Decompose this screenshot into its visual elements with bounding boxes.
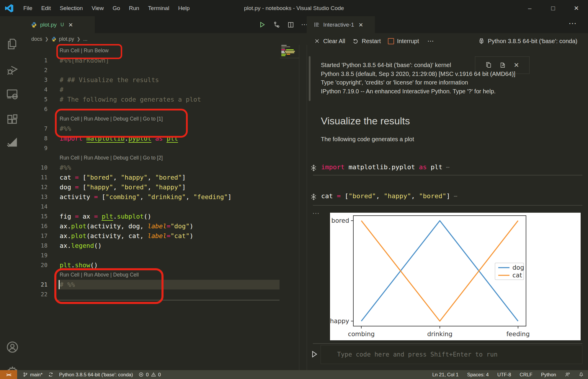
indentation-item[interactable]: Spaces: 4 bbox=[467, 372, 489, 378]
minimize-button[interactable]: – bbox=[518, 0, 541, 16]
branch-icon bbox=[23, 372, 28, 377]
notifications-bell-icon[interactable] bbox=[579, 372, 584, 377]
feedback-icon[interactable] bbox=[565, 372, 570, 377]
code-line-15[interactable]: 15fig = ax = plt.subplot() bbox=[24, 212, 299, 221]
explorer-icon[interactable] bbox=[6, 37, 19, 51]
code-line-3[interactable]: 3# ## Visualize the results bbox=[24, 75, 299, 85]
code-line-2[interactable]: 2 bbox=[24, 65, 299, 75]
remote-indicator[interactable]: >< bbox=[0, 370, 17, 379]
code-line-12[interactable]: 12dog = ["happy", "bored", "happy"] bbox=[24, 182, 299, 192]
menu-view[interactable]: View bbox=[87, 5, 108, 12]
console-line: Python 3.8.5 (default, Sep 3 2020, 21:29… bbox=[321, 70, 515, 79]
title-bar: FileEditSelectionViewGoRunTerminalHelp p… bbox=[0, 0, 588, 16]
code-line-11[interactable]: 11cat = ["bored", "happy", "bored"] bbox=[24, 173, 299, 182]
tab-plot-py[interactable]: plot.py U ✕ bbox=[24, 16, 95, 33]
minimap-border bbox=[280, 58, 299, 58]
encoding-item[interactable]: UTF-8 bbox=[497, 372, 511, 378]
input-placeholder: Type code here and press Shift+Enter to … bbox=[337, 351, 498, 358]
run-debug-icon[interactable] bbox=[6, 63, 19, 77]
interactive-toolbar: Clear All Restart Interrupt ⋯ Python 3.8… bbox=[307, 33, 588, 49]
split-editor-icon[interactable] bbox=[287, 21, 294, 28]
close-button[interactable]: ✕ bbox=[565, 0, 588, 16]
interactive-cell-code[interactable]: cat = ["bored", "happy", "bored"]⋯ bbox=[321, 192, 457, 200]
code-line-16[interactable]: 16ax.plot(activity, dog, label="dog") bbox=[24, 221, 299, 231]
menu-terminal[interactable]: Terminal bbox=[144, 5, 174, 12]
tab-close-icon[interactable]: ✕ bbox=[68, 22, 73, 28]
menu-edit[interactable]: Edit bbox=[37, 5, 55, 12]
chevron-right-icon: ❯ bbox=[45, 36, 49, 42]
goto-code-icon[interactable] bbox=[310, 164, 318, 172]
svg-text:combing: combing bbox=[348, 331, 375, 338]
triangle-extension-icon[interactable] bbox=[6, 135, 19, 149]
run-python-file-icon[interactable] bbox=[258, 21, 266, 29]
panel-more-actions-icon[interactable]: ⋯ bbox=[569, 19, 576, 28]
menu-file[interactable]: File bbox=[19, 5, 37, 12]
code-line-10[interactable]: 10#%% bbox=[24, 163, 299, 173]
language-mode-item[interactable]: Python bbox=[541, 372, 556, 378]
minimap[interactable] bbox=[281, 45, 299, 58]
breadcrumb-folder[interactable]: docs bbox=[31, 36, 42, 42]
code-line-9[interactable]: 9 bbox=[24, 143, 299, 153]
code-line-17[interactable]: 17ax.plot(activity, cat, label="cat") bbox=[24, 231, 299, 241]
breadcrumb-symbol[interactable]: ... bbox=[83, 36, 88, 42]
maximize-button[interactable]: □ bbox=[541, 0, 565, 16]
kernel-selector[interactable]: Python 3.8.5 64-bit ('base': conda) bbox=[478, 38, 577, 45]
cell-collapse-icon[interactable]: ⋯ bbox=[312, 209, 320, 217]
annotation-circle-cell-1 bbox=[55, 109, 188, 138]
problems-item[interactable]: 0 0 bbox=[138, 372, 161, 378]
tab-label: plot.py bbox=[40, 22, 57, 28]
code-line-13[interactable]: 13activity = ["combing", "drinking", "fe… bbox=[24, 192, 299, 202]
svg-text:bored: bored bbox=[331, 217, 349, 224]
interrupt-button[interactable]: Interrupt bbox=[388, 38, 419, 45]
kernel-icon bbox=[478, 38, 485, 44]
code-line-14[interactable]: 14 bbox=[24, 202, 299, 212]
console-line: Type 'copyright', 'credits' or 'license'… bbox=[321, 78, 515, 87]
breadcrumb-file[interactable]: plot.py bbox=[59, 36, 74, 42]
editor-panel-divider[interactable] bbox=[299, 45, 299, 370]
code-line-19[interactable]: 19 bbox=[24, 251, 299, 260]
run-input-icon[interactable] bbox=[310, 350, 319, 359]
vscode-window: FileEditSelectionViewGoRunTerminalHelp p… bbox=[0, 0, 588, 379]
menu-go[interactable]: Go bbox=[108, 5, 124, 12]
code-line-5[interactable]: 5# The following code generates a plot bbox=[24, 95, 299, 104]
python-interpreter-item[interactable]: Python 3.8.5 64-bit ('base': conda) bbox=[59, 372, 133, 378]
cell-divider bbox=[313, 205, 582, 206]
annotation-circle-run-below bbox=[56, 44, 122, 59]
restart-button[interactable]: Restart bbox=[352, 38, 380, 45]
markdown-paragraph: The following code generates a plot bbox=[321, 136, 414, 143]
sync-icon bbox=[48, 372, 53, 377]
clear-all-button[interactable]: Clear All bbox=[314, 38, 345, 45]
open-changes-icon[interactable] bbox=[273, 21, 280, 28]
interactive-input-box[interactable]: Type code here and press Shift+Enter to … bbox=[321, 345, 582, 364]
menu-run[interactable]: Run bbox=[125, 5, 144, 12]
warnings-icon bbox=[151, 372, 156, 377]
panel-left-border bbox=[307, 45, 307, 370]
codelens-actions[interactable]: Run Cell | Run Above | Debug Cell | Go t… bbox=[24, 153, 299, 163]
svg-text:happy: happy bbox=[330, 318, 349, 325]
python-file-icon bbox=[51, 37, 56, 42]
errors-icon bbox=[138, 372, 144, 377]
breadcrumb[interactable]: docs ❯ plot.py ❯ ... bbox=[24, 33, 299, 45]
sync-item[interactable] bbox=[48, 372, 53, 377]
interactive-cell-code[interactable]: import matplotlib.pyplot as plt⋯ bbox=[321, 163, 450, 171]
remote-explorer-icon[interactable] bbox=[6, 87, 19, 101]
extensions-icon[interactable] bbox=[6, 113, 19, 126]
menu-help[interactable]: Help bbox=[174, 5, 194, 12]
annotation-circle-cell-3 bbox=[54, 268, 164, 304]
code-editor[interactable]: Run Cell | Run Below1#%%[markdown]23# ##… bbox=[24, 46, 299, 299]
code-line-18[interactable]: 18ax.legend() bbox=[24, 241, 299, 251]
panel-scrollbar-thumb[interactable] bbox=[309, 56, 311, 101]
git-branch-item[interactable]: main* bbox=[23, 372, 43, 378]
svg-text:cat: cat bbox=[512, 272, 522, 279]
cursor-position-item[interactable]: Ln 21, Col 1 bbox=[432, 372, 458, 378]
code-line-4[interactable]: 4# bbox=[24, 85, 299, 95]
tab-interactive-1[interactable]: Interactive-1 ✕ bbox=[307, 16, 375, 33]
svg-text:feeding: feeding bbox=[506, 331, 530, 338]
goto-code-icon[interactable] bbox=[310, 193, 318, 201]
account-icon[interactable] bbox=[6, 340, 19, 354]
toolbar-more-icon[interactable]: ⋯ bbox=[427, 37, 434, 45]
eol-item[interactable]: CRLF bbox=[520, 372, 533, 378]
tab-close-icon[interactable]: ✕ bbox=[359, 22, 363, 28]
console-line: Started 'Python 3.8.5 64-bit ('base': co… bbox=[321, 61, 515, 70]
menu-selection[interactable]: Selection bbox=[55, 5, 87, 12]
